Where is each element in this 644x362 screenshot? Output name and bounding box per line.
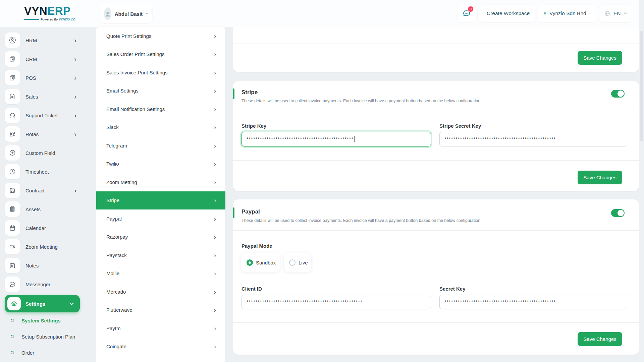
settings-menu-item[interactable]: Mercado › (96, 283, 225, 301)
settings-menu-item[interactable]: Coingate › (96, 338, 225, 356)
paypal-enabled-toggle[interactable] (611, 209, 625, 217)
bullet-ring-icon (10, 318, 15, 323)
card-accent-bar (233, 207, 234, 218)
stripe-enabled-toggle[interactable] (611, 90, 625, 98)
paypal-mode-live-option[interactable]: Live (284, 253, 311, 272)
settings-menu-item[interactable]: Flutterwave › (96, 301, 225, 319)
chevron-right-icon: › (74, 112, 76, 119)
settings-menu-item[interactable]: Razorpay › (96, 228, 225, 246)
client-id-input[interactable]: ****************************************… (241, 295, 431, 309)
paypal-mode-sandbox-option[interactable]: Sandbox (241, 253, 280, 272)
sidebar-item-pos[interactable]: POS › (0, 68, 84, 87)
chat-bubble-icon (9, 281, 16, 288)
sidebar-item-calendar[interactable]: Calendar (0, 219, 84, 237)
settings-menu-item[interactable]: Paytm › (96, 319, 225, 338)
save-changes-button[interactable]: Save Changes (578, 332, 622, 346)
create-workspace-button[interactable]: Create Workspace (478, 5, 535, 22)
chevron-right-icon: › (214, 197, 216, 203)
stripe-card-description: These details will be used to collect in… (241, 99, 482, 103)
sidebar-item-crm[interactable]: CRM › (0, 50, 84, 68)
settings-menu-item[interactable]: Zoom Metting › (96, 173, 225, 191)
paypal-mode-label: Paypal Mode (241, 243, 272, 249)
language-code: EN (613, 10, 621, 16)
settings-menu-item[interactable]: Twilio › (96, 155, 225, 173)
settings-menu-item[interactable]: Paystack › (96, 246, 225, 264)
settings-menu-item[interactable]: Stripe › (96, 191, 225, 210)
chevron-right-icon: › (214, 69, 216, 76)
divider (233, 111, 639, 111)
crm-cards-icon (9, 55, 16, 63)
chevron-right-icon: › (74, 56, 76, 62)
sidebar-item-hrm[interactable]: HRM › (0, 31, 84, 50)
client-id-label: Client ID (241, 286, 262, 292)
sidebar-item-timesheet[interactable]: Timesheet (0, 162, 84, 181)
sales-document-icon (9, 93, 16, 100)
paypal-settings-card: Paypal These details will be used to col… (233, 199, 639, 355)
calculator-icon (9, 205, 16, 213)
settings-menu-item[interactable]: Email Settings › (96, 82, 225, 100)
settings-menu-item[interactable]: Skrill › (96, 356, 225, 362)
stripe-key-label: Stripe Key (241, 123, 266, 129)
chevron-right-icon: › (74, 187, 76, 194)
settings-menu-item[interactable]: Paypal › (96, 209, 225, 228)
sidebar-item-contract[interactable]: Contract › (0, 181, 84, 200)
save-changes-button[interactable]: Save Changes (578, 171, 622, 184)
chevron-right-icon: › (214, 343, 216, 350)
logo-tagline-bar (24, 19, 39, 20)
sidebar-item-notes[interactable]: Notes (0, 256, 84, 275)
sidebar-item-messenger[interactable]: Messenger (0, 275, 84, 294)
user-name: Abdul Basit (115, 11, 143, 17)
chevron-right-icon: › (214, 270, 216, 277)
message-count-badge: 0 (467, 6, 474, 12)
video-camera-icon (9, 243, 16, 250)
settings-menu-item[interactable]: Email Notification Settings › (96, 100, 225, 118)
settings-menu-item[interactable]: Mollie › (96, 264, 225, 283)
paypal-card-description: These details will be used to collect in… (241, 218, 482, 223)
radio-unselected-icon (289, 259, 296, 266)
sidebar-item-custom-field[interactable]: Custom Field (0, 143, 84, 162)
sidebar-item-assets[interactable]: Assets (0, 200, 84, 219)
sidebar-item-settings[interactable]: Settings (5, 295, 80, 312)
chevron-right-icon: › (214, 216, 216, 222)
chevron-right-icon: › (214, 179, 216, 185)
paypal-card-title: Paypal (241, 208, 260, 215)
user-menu[interactable]: Abdul Basit (100, 4, 152, 23)
workspace-grid-icon (544, 10, 546, 17)
chevron-right-icon: › (214, 142, 216, 149)
secret-key-label: Secret Key (439, 286, 466, 292)
secret-key-input[interactable]: ****************************************… (439, 295, 627, 309)
settings-menu-item[interactable]: Sales Order Print Settings › (96, 45, 225, 64)
language-selector[interactable]: EN (599, 5, 632, 22)
bullet-ring-icon (10, 334, 15, 339)
messages-button[interactable]: 0 (458, 4, 476, 22)
stripe-settings-card: Stripe These details will be used to col… (233, 81, 639, 191)
sidebar-item-support-ticket[interactable]: Support Ticket › (0, 106, 84, 125)
logo-tagline: Powered By VYNZIO.CO (24, 18, 75, 21)
stripe-key-input[interactable]: ****************************************… (241, 132, 431, 146)
chevron-right-icon: › (214, 252, 216, 258)
sidebar-item-rotas[interactable]: Rotas › (0, 125, 84, 143)
page-scrollbar-thumb[interactable] (640, 31, 643, 141)
sidebar-subitem-setup-subscription-plan[interactable]: Setup Subscription Plan (0, 328, 84, 345)
sidebar-item-sales[interactable]: Sales › (0, 87, 84, 106)
settings-menu-item[interactable]: Quote Print Settings › (96, 27, 225, 45)
settings-menu-item[interactable]: Sales Invoice Print Settings › (96, 63, 225, 82)
chevron-right-icon: › (214, 234, 216, 240)
chevron-right-icon: › (214, 307, 216, 313)
headset-icon (9, 112, 16, 119)
stripe-secret-key-input[interactable]: ****************************************… (439, 132, 627, 146)
gear-icon (10, 300, 18, 307)
chevron-right-icon: › (214, 106, 216, 112)
sidebar-subitem-order[interactable]: Order (0, 345, 84, 361)
text-caret (354, 136, 355, 142)
sidebar-subitem-system-settings[interactable]: System Settings (0, 312, 84, 328)
globe-icon (604, 9, 610, 17)
workspace-selector[interactable]: Vynzio Sdn Bhd (538, 5, 597, 22)
calendar-icon (9, 224, 16, 232)
settings-menu-item[interactable]: Slack › (96, 118, 225, 137)
divider (233, 160, 639, 161)
settings-menu-item[interactable]: Telegram › (96, 136, 225, 155)
save-changes-button[interactable]: Save Changes (578, 51, 622, 65)
sidebar-item-zoom-meeting[interactable]: Zoom Meeting (0, 237, 84, 256)
app-logo[interactable]: VYNERP Powered By VYNZIO.CO (24, 5, 75, 21)
